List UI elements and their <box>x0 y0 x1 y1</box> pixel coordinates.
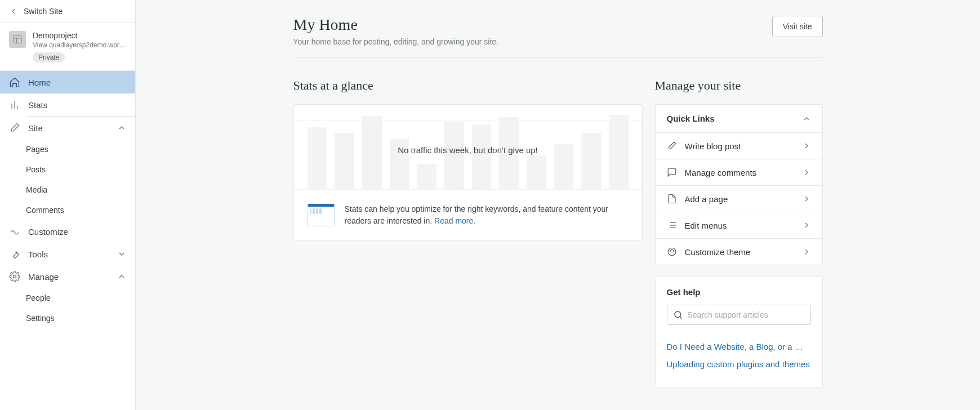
svg-point-15 <box>671 249 672 251</box>
site-thumbnail-icon <box>9 31 26 48</box>
help-search-input[interactable] <box>688 310 805 319</box>
chevron-left-icon <box>9 7 18 16</box>
list-icon <box>667 220 677 230</box>
stats-chart: No traffic this week, but don't give up! <box>294 105 642 189</box>
chevron-up-icon <box>117 272 126 281</box>
site-details: Demoproject View quadlayersp2demo.wordpr… <box>33 31 126 63</box>
help-title: Get help <box>667 287 811 297</box>
chart-bar <box>335 133 354 189</box>
chart-bar <box>308 127 327 189</box>
chevron-right-icon <box>802 247 811 256</box>
chart-bar <box>417 164 436 189</box>
quick-link-label: Add a page <box>685 194 794 204</box>
page-title: My Home <box>293 16 499 34</box>
quick-link-label: Customize theme <box>685 247 794 257</box>
quick-link-write-post[interactable]: Write blog post <box>656 133 822 159</box>
stats-tip-text: Stats can help you optimize for the righ… <box>345 203 629 227</box>
nav-label-manage: Manage <box>28 272 59 282</box>
sidebar-item-settings[interactable]: Settings <box>0 308 135 328</box>
read-more-link[interactable]: Read more. <box>434 216 475 225</box>
svg-rect-0 <box>14 35 21 43</box>
help-card: Get help Do I Need a Website, a Blog, or… <box>655 277 823 387</box>
sidebar-item-posts[interactable]: Posts <box>0 159 135 180</box>
svg-point-17 <box>675 311 681 318</box>
quick-link-label: Manage comments <box>685 168 794 177</box>
stats-icon <box>9 99 20 110</box>
svg-line-18 <box>680 317 681 318</box>
chevron-right-icon <box>802 168 811 177</box>
quick-links-header[interactable]: Quick Links <box>656 105 822 133</box>
comment-icon <box>667 167 677 177</box>
stats-section-title: Stats at a glance <box>293 78 643 93</box>
palette-icon <box>667 247 677 257</box>
quick-link-edit-menus[interactable]: Edit menus <box>656 212 822 239</box>
sidebar-item-comments[interactable]: Comments <box>0 200 135 220</box>
quick-link-customize-theme[interactable]: Customize theme <box>656 239 822 265</box>
chevron-right-icon <box>802 194 811 203</box>
page-subtitle: Your home base for posting, editing, and… <box>293 37 499 46</box>
chevron-up-icon <box>117 123 126 132</box>
sidebar: Switch Site Demoproject View quadlayersp… <box>0 0 136 410</box>
site-info[interactable]: Demoproject View quadlayersp2demo.wordpr… <box>0 23 135 71</box>
quick-link-label: Write blog post <box>685 141 794 151</box>
site-url: View quadlayersp2demo.wordpress... <box>33 41 126 49</box>
pencil-icon <box>9 122 20 133</box>
quick-link-add-page[interactable]: Add a page <box>656 186 822 212</box>
manage-section-title: Manage your site <box>655 78 823 93</box>
no-traffic-message: No traffic this week, but don't give up! <box>294 145 642 155</box>
customize-icon <box>9 226 20 237</box>
chevron-down-icon <box>117 249 126 259</box>
pencil-icon <box>667 141 677 151</box>
sidebar-item-people[interactable]: People <box>0 288 135 308</box>
svg-point-6 <box>14 275 16 278</box>
sidebar-item-stats[interactable]: Stats <box>0 93 135 116</box>
stats-tip-icon <box>308 204 335 226</box>
quick-links-card: Quick Links Write blog post Manage comme… <box>655 104 823 265</box>
sidebar-item-tools[interactable]: Tools <box>0 243 135 265</box>
svg-point-16 <box>673 251 674 252</box>
sidebar-item-media[interactable]: Media <box>0 180 135 200</box>
sidebar-item-pages[interactable]: Pages <box>0 139 135 159</box>
chevron-up-icon <box>802 114 811 123</box>
site-name: Demoproject <box>33 31 126 40</box>
quick-link-label: Edit menus <box>685 221 794 230</box>
nav-label-stats: Stats <box>28 100 47 110</box>
nav-label-customize: Customize <box>28 227 68 237</box>
sidebar-item-customize[interactable]: Customize <box>0 220 135 243</box>
search-icon <box>673 310 683 320</box>
help-article-link[interactable]: Uploading custom plugins and themes <box>667 359 811 369</box>
sidebar-item-site[interactable]: Site <box>0 117 135 139</box>
visit-site-button[interactable]: Visit site <box>772 16 823 37</box>
chart-bar <box>472 124 492 189</box>
chart-bar <box>444 122 464 189</box>
nav-label-home: Home <box>28 78 51 87</box>
gear-icon <box>9 271 20 282</box>
stats-tip: Stats can help you optimize for the righ… <box>294 189 642 240</box>
nav-label-site: Site <box>28 123 43 133</box>
wrench-icon <box>9 248 20 260</box>
sidebar-item-manage[interactable]: Manage <box>0 265 135 288</box>
page-icon <box>667 194 677 204</box>
quick-link-manage-comments[interactable]: Manage comments <box>656 159 822 186</box>
help-search[interactable] <box>667 305 811 325</box>
home-icon <box>9 77 20 88</box>
nav-label-tools: Tools <box>28 249 48 259</box>
sidebar-item-home[interactable]: Home <box>0 71 135 93</box>
chevron-right-icon <box>802 221 811 230</box>
chart-bar <box>527 155 546 189</box>
chart-bar <box>581 133 601 189</box>
main-content: My Home Your home base for posting, edit… <box>136 0 980 410</box>
switch-site-button[interactable]: Switch Site <box>0 0 135 23</box>
help-article-link[interactable]: Do I Need a Website, a Blog, or a We... <box>667 342 811 351</box>
page-header: My Home Your home base for posting, edit… <box>293 16 823 58</box>
svg-point-14 <box>670 251 671 252</box>
stats-card: No traffic this week, but don't give up!… <box>293 104 643 241</box>
site-privacy-badge: Private <box>33 52 65 63</box>
quick-links-title: Quick Links <box>667 114 715 123</box>
switch-site-label: Switch Site <box>24 7 63 16</box>
chevron-right-icon <box>802 141 811 150</box>
